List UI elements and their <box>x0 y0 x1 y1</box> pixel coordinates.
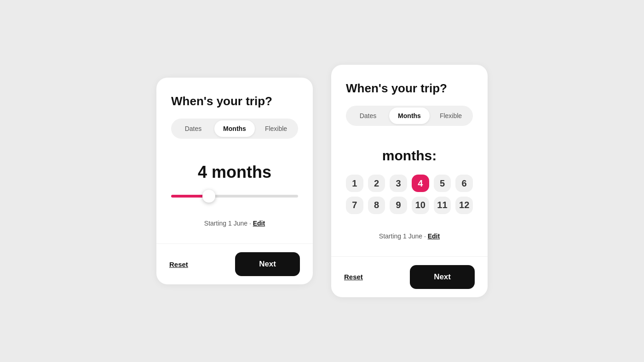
tab-dates-2[interactable]: Dates <box>348 107 388 124</box>
card-slider: When's your trip? Dates Months Flexible … <box>156 78 313 284</box>
card1-reset-button[interactable]: Reset <box>169 260 188 268</box>
months-display: 4 months <box>198 163 271 182</box>
card1-next-button[interactable]: Next <box>235 252 300 276</box>
month-btn-2[interactable]: 2 <box>368 175 385 192</box>
tab-dates-1[interactable]: Dates <box>173 120 213 137</box>
months-grid-section: months: 1 2 3 4 5 6 7 8 9 10 11 12 <box>346 141 473 228</box>
tab-flexible-1[interactable]: Flexible <box>256 120 296 137</box>
month-btn-10[interactable]: 10 <box>412 197 429 214</box>
card2-next-button[interactable]: Next <box>410 265 475 289</box>
card1-tab-group: Dates Months Flexible <box>171 119 298 139</box>
tab-months-2[interactable]: Months <box>389 107 430 124</box>
slider-section: 4 months <box>171 153 298 216</box>
card1-title: When's your trip? <box>171 94 298 108</box>
card2-footer: Reset Next <box>331 256 488 297</box>
months-label: months: <box>382 148 437 164</box>
month-btn-9[interactable]: 9 <box>390 197 407 214</box>
card1-edit-link[interactable]: Edit <box>253 220 265 227</box>
month-btn-8[interactable]: 8 <box>368 197 385 214</box>
months-grid: 1 2 3 4 5 6 7 8 9 10 11 12 <box>346 175 473 214</box>
month-btn-12[interactable]: 12 <box>455 197 473 214</box>
month-btn-11[interactable]: 11 <box>434 197 451 214</box>
card-grid: When's your trip? Dates Months Flexible … <box>331 65 488 297</box>
month-btn-1[interactable]: 1 <box>346 175 363 192</box>
month-btn-6[interactable]: 6 <box>455 175 473 192</box>
card2-edit-link[interactable]: Edit <box>428 232 440 240</box>
card2-title: When's your trip? <box>346 81 473 96</box>
card2-tab-group: Dates Months Flexible <box>346 106 473 126</box>
card2-reset-button[interactable]: Reset <box>344 273 363 281</box>
month-btn-4[interactable]: 4 <box>412 175 429 192</box>
card1-footer: Reset Next <box>156 243 313 284</box>
card2-starting-text: Starting 1 June · Edit <box>346 229 473 242</box>
card1-starting-text: Starting 1 June · Edit <box>171 216 298 229</box>
tab-months-1[interactable]: Months <box>214 120 255 137</box>
month-btn-5[interactable]: 5 <box>434 175 451 192</box>
month-btn-3[interactable]: 3 <box>390 175 407 192</box>
months-slider[interactable] <box>171 195 298 198</box>
month-btn-7[interactable]: 7 <box>346 197 363 214</box>
tab-flexible-2[interactable]: Flexible <box>431 107 471 124</box>
page-container: When's your trip? Dates Months Flexible … <box>0 46 644 315</box>
